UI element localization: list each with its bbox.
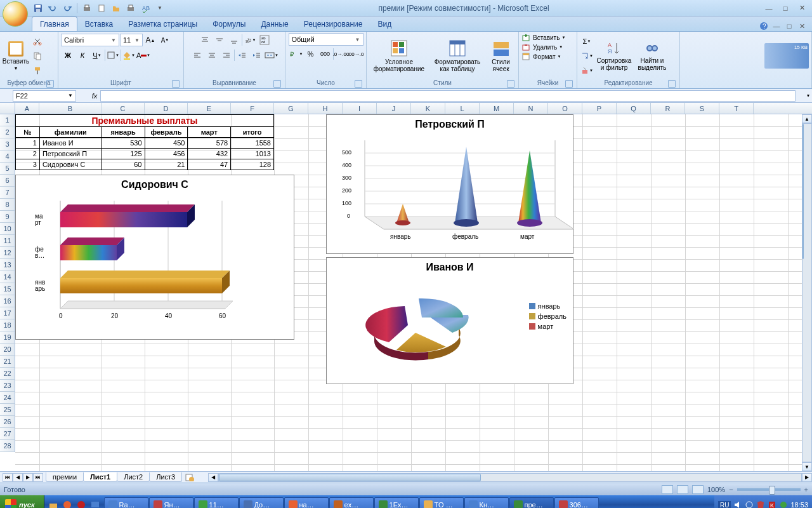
sheet-tab-Лист1[interactable]: Лист1 (83, 472, 117, 482)
bold-icon[interactable]: Ж (61, 48, 75, 62)
tray-shield-icon[interactable] (756, 500, 765, 508)
format-as-table-button[interactable]: Форматировать как таблицу (430, 35, 485, 77)
find-select-button[interactable]: Найти и выделить (634, 35, 670, 77)
formula-input[interactable] (100, 90, 796, 102)
office-button[interactable] (3, 1, 28, 27)
sheet-tab-Лист2[interactable]: Лист2 (117, 472, 150, 482)
tab-formulas[interactable]: Формулы (205, 17, 253, 31)
task-button[interactable]: пре… (509, 497, 554, 508)
font-size-combo[interactable]: 11▼ (120, 34, 143, 46)
tab-view[interactable]: Вид (370, 17, 399, 31)
col-header-I[interactable]: I (343, 103, 377, 114)
col-header-K[interactable]: K (411, 103, 445, 114)
zoom-slider[interactable] (737, 488, 801, 491)
col-header-L[interactable]: L (445, 103, 480, 114)
ql-desktop-icon[interactable] (89, 497, 102, 508)
quick-print-icon[interactable] (124, 2, 137, 15)
grow-font-icon[interactable]: A▲ (143, 33, 157, 47)
row-header-18[interactable]: 18 (0, 319, 15, 331)
task-button[interactable]: 306… (554, 497, 599, 508)
col-header-J[interactable]: J (377, 103, 411, 114)
scroll-right-icon[interactable]: ▶ (802, 473, 812, 482)
row-header-3[interactable]: 3 (0, 138, 15, 150)
qat-dropdown-icon[interactable]: ▼ (154, 2, 166, 15)
tab-data[interactable]: Данные (253, 17, 296, 31)
col-header-G[interactable]: G (274, 103, 308, 114)
zoom-in-icon[interactable]: + (804, 486, 808, 493)
fill-icon[interactable]: ▼ (580, 49, 594, 63)
wrap-text-icon[interactable]: abcd (258, 33, 272, 47)
doc-restore-icon[interactable]: □ (784, 21, 794, 31)
row-header-19[interactable]: 19 (0, 331, 15, 344)
shrink-font-icon[interactable]: A▼ (158, 33, 172, 47)
row-header-25[interactable]: 25 (0, 404, 15, 416)
col-header-B[interactable]: B (39, 103, 102, 114)
align-left-icon[interactable] (190, 48, 204, 62)
row-header-24[interactable]: 24 (0, 392, 15, 404)
cell-styles-button[interactable]: Стили ячеек (486, 35, 516, 77)
format-painter-icon[interactable] (30, 64, 44, 77)
increase-indent-icon[interactable] (250, 48, 264, 62)
col-header-P[interactable]: P (582, 103, 617, 114)
doc-close-icon[interactable]: ✕ (797, 21, 807, 31)
task-button[interactable]: До… (239, 497, 284, 508)
row-header-28[interactable]: 28 (0, 440, 15, 452)
open-icon[interactable] (110, 2, 122, 15)
row-header-4[interactable]: 4 (0, 150, 15, 163)
underline-icon[interactable]: Ч▼ (90, 48, 104, 62)
lang-indicator[interactable]: RU (718, 501, 731, 509)
chart-petrovsky[interactable]: Петровский П (326, 114, 573, 254)
format-cells-button[interactable]: Формат▼ (521, 52, 561, 61)
col-header-E[interactable]: E (188, 103, 231, 114)
align-middle-icon[interactable] (213, 33, 226, 47)
row-header-9[interactable]: 9 (0, 211, 15, 223)
comma-icon[interactable]: 000 (318, 47, 332, 61)
align-right-icon[interactable] (219, 48, 233, 62)
row-header-13[interactable]: 13 (0, 259, 15, 271)
delete-cells-button[interactable]: Удалить▼ (521, 43, 563, 51)
tab-nav-prev-icon[interactable]: ◀ (13, 473, 23, 482)
row-header-10[interactable]: 10 (0, 223, 15, 235)
tab-nav-next-icon[interactable]: ▶ (23, 473, 33, 482)
ql-explorer-icon[interactable] (47, 497, 60, 508)
merge-icon[interactable]: ▼ (265, 48, 278, 62)
task-button[interactable]: на… (284, 497, 329, 508)
percent-icon[interactable]: % (304, 47, 318, 61)
row-header-8[interactable]: 8 (0, 199, 15, 211)
accounting-icon[interactable]: ₽▼ (289, 47, 303, 61)
col-header-N[interactable]: N (514, 103, 548, 114)
formula-bar-expand-icon[interactable]: ▾ (804, 90, 812, 102)
scroll-up-icon[interactable]: ▲ (802, 114, 812, 123)
decrease-indent-icon[interactable] (235, 48, 249, 62)
clock[interactable]: 18:53 (790, 501, 808, 508)
col-header-C[interactable]: C (102, 103, 145, 114)
undo-icon[interactable] (46, 2, 59, 15)
task-button[interactable]: TO … (419, 497, 464, 508)
row-header-5[interactable]: 5 (0, 163, 15, 175)
spellcheck-icon[interactable]: ABC (139, 2, 152, 15)
task-button[interactable]: 1Ex… (374, 497, 419, 508)
increase-decimal-icon[interactable]: .0→.00 (334, 47, 348, 61)
zoom-out-icon[interactable]: − (729, 486, 733, 493)
row-header-16[interactable]: 16 (0, 295, 15, 307)
clear-icon[interactable]: ▼ (580, 64, 594, 77)
autosum-icon[interactable]: Σ▼ (580, 34, 594, 48)
col-header-D[interactable]: D (145, 103, 188, 114)
ql-opera-icon[interactable] (75, 497, 88, 508)
font-name-combo[interactable]: Calibri▼ (61, 34, 119, 46)
tab-home[interactable]: Главная (32, 17, 77, 31)
select-all-corner[interactable] (0, 103, 15, 114)
vertical-scrollbar[interactable]: ▲ ▼ (802, 114, 812, 471)
row-header-17[interactable]: 17 (0, 307, 15, 319)
maximize-button[interactable]: □ (778, 3, 793, 14)
paste-button[interactable]: Вставить ▼ (3, 35, 29, 77)
number-format-combo[interactable]: Общий▼ (289, 33, 363, 46)
task-button[interactable]: Ra… (104, 497, 148, 508)
italic-icon[interactable]: К (75, 48, 89, 62)
doc-minimize-icon[interactable]: — (771, 21, 782, 31)
copy-icon[interactable] (30, 49, 44, 63)
help-icon[interactable]: ? (759, 21, 769, 31)
sheet-tab-Лист3[interactable]: Лист3 (149, 472, 182, 482)
cut-icon[interactable] (30, 34, 44, 48)
font-color-icon[interactable]: A▼ (136, 48, 150, 62)
